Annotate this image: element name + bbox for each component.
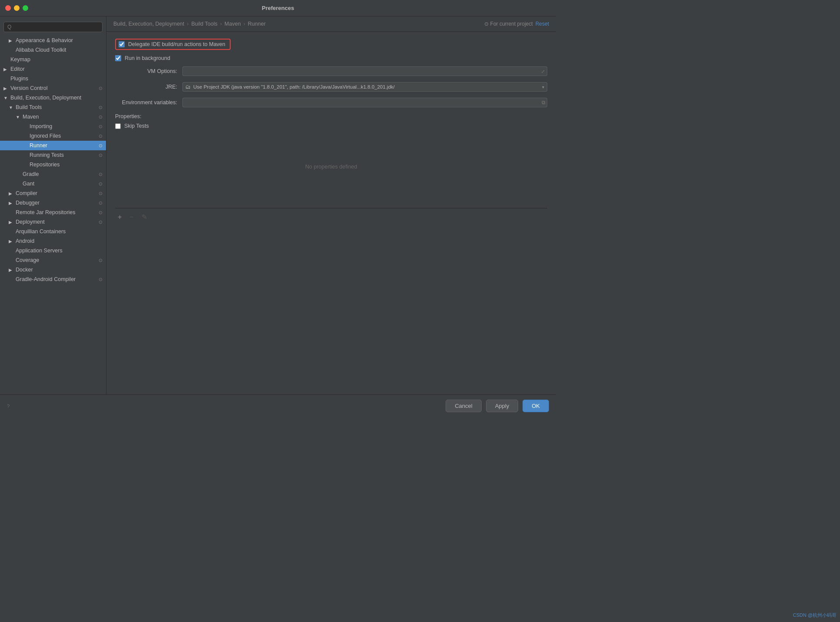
jre-select[interactable]: 🗂 Use Project JDK (java version "1.8.0_2… [182,82,547,92]
ok-button[interactable]: OK [523,400,549,412]
reset-link[interactable]: Reset [536,21,549,27]
remove-property-button[interactable]: − [127,212,136,222]
sidebar-item-label: Gradle [23,171,39,177]
jre-value: Use Project JDK (java version "1.8.0_201… [193,84,539,89]
sidebar-item-arquillian[interactable]: Arquillian Containers [0,227,106,236]
copy-icon: ⊙ [99,181,103,187]
sidebar-item-coverage[interactable]: Coverage ⊙ [0,255,106,265]
breadcrumb-part-3: Maven [225,21,241,27]
skip-tests-label[interactable]: Skip Tests [124,123,149,129]
sidebar-item-label: Plugins [10,76,28,82]
sidebar-item-plugins[interactable]: Plugins [0,74,106,83]
minimize-button[interactable] [14,5,20,11]
skip-tests-checkbox[interactable] [115,123,121,129]
sidebar-item-gradle[interactable]: Gradle ⊙ [0,169,106,179]
sidebar-item-label: Alibaba Cloud Toolkit [16,47,66,53]
copy-icon: ⊙ [99,258,103,263]
expand-arrow: ▶ [9,268,14,272]
add-property-button[interactable]: + [115,212,124,222]
breadcrumb-part-2: Build Tools [191,21,217,27]
expand-arrow: ▶ [9,201,14,205]
sidebar-item-label: Ignored Files [30,133,61,139]
sidebar-item-application-servers[interactable]: Application Servers [0,246,106,255]
vm-options-input[interactable] [182,66,547,76]
vm-options-row: VM Options: ⤢ [115,66,547,76]
run-background-checkbox[interactable] [115,55,121,61]
delegate-checkbox-label[interactable]: Delegate IDE build/run actions to Maven [128,41,225,47]
env-expand-icon[interactable]: ⧉ [542,99,546,106]
sidebar-item-maven[interactable]: ▼ Maven ⊙ [0,112,106,122]
window-title: Preferences [262,5,294,11]
copy-icon: ⊙ [99,277,103,282]
delegate-checkbox-wrapper: Delegate IDE build/run actions to Maven [115,39,231,50]
expand-arrow: ▼ [9,105,14,110]
vm-options-label: VM Options: [115,68,182,74]
sidebar-item-label: Version Control [10,85,47,91]
sidebar-item-editor[interactable]: ▶ Editor [0,64,106,74]
jre-label: JRE: [115,84,182,90]
title-bar: Preferences [0,0,556,17]
delegate-option-row: Delegate IDE build/run actions to Maven [115,39,547,50]
sidebar-item-build-execution-deployment[interactable]: ▼ Build, Execution, Deployment [0,93,106,103]
sidebar-item-label: Docker [16,267,33,273]
expand-arrow: ▶ [9,239,14,244]
sidebar-item-build-tools[interactable]: ▼ Build Tools ⊙ [0,103,106,112]
sidebar-item-importing[interactable]: Importing ⊙ [0,122,106,131]
sidebar-item-alibaba[interactable]: Alibaba Cloud Toolkit [0,45,106,55]
sidebar-item-label: Coverage [16,257,39,263]
sidebar-item-running-tests[interactable]: Running Tests ⊙ [0,150,106,160]
jre-icon: 🗂 [185,84,191,90]
sidebar-item-gradle-android[interactable]: Gradle-Android Compiler ⊙ [0,275,106,284]
properties-section: Properties: Skip Tests [115,113,547,129]
sidebar-item-android[interactable]: ▶ Android [0,236,106,246]
sidebar-item-gant[interactable]: Gant ⊙ [0,179,106,189]
properties-label: Properties: [115,113,547,119]
maximize-button[interactable] [23,5,28,11]
sidebar-item-deployment[interactable]: ▶ Deployment ⊙ [0,217,106,227]
run-background-wrapper: Run in background [115,55,170,61]
breadcrumb-part-4: Runner [248,21,266,27]
sidebar-item-ignored-files[interactable]: Ignored Files ⊙ [0,131,106,141]
properties-toolbar: + − ✎ [115,208,547,224]
sidebar-item-label: Appearance & Behavior [16,37,73,43]
sidebar-item-runner[interactable]: Runner ⊙ [0,141,106,150]
expand-arrow: ▶ [3,67,9,72]
copy-icon: ⊙ [99,86,103,91]
sidebar-item-label: Arquillian Containers [16,228,66,235]
expand-arrow: ▼ [16,115,21,119]
cancel-button[interactable]: Cancel [446,400,481,412]
env-vars-wrapper: ⧉ [182,98,547,107]
copy-icon: ⊙ [99,200,103,206]
sidebar-item-repositories[interactable]: Repositories [0,160,106,169]
content-panel: Build, Execution, Deployment › Build Too… [106,17,556,394]
sidebar-item-debugger[interactable]: ▶ Debugger ⊙ [0,198,106,208]
sidebar-item-docker[interactable]: ▶ Docker [0,265,106,275]
copy-icon: ⊙ [99,105,103,110]
env-vars-label: Environment variables: [115,99,182,106]
sidebar-item-label: Repositories [30,162,60,168]
search-input[interactable] [3,22,103,32]
expand-arrow: ▶ [9,191,14,196]
close-button[interactable] [5,5,11,11]
help-icon[interactable]: ? [7,404,10,409]
sidebar-item-appearance-behavior[interactable]: ▶ Appearance & Behavior [0,36,106,45]
env-vars-input[interactable] [182,98,547,107]
sidebar-item-label: Gant [23,181,34,187]
sidebar-item-keymap[interactable]: Keymap [0,55,106,64]
copy-icon: ⊙ [99,133,103,139]
sidebar-item-version-control[interactable]: ▶ Version Control ⊙ [0,83,106,93]
sidebar-item-compiler[interactable]: ▶ Compiler ⊙ [0,189,106,198]
breadcrumb-sep-2: › [220,21,222,27]
breadcrumb-sep-3: › [243,21,245,27]
env-vars-row: Environment variables: ⧉ [115,98,547,107]
edit-property-button[interactable]: ✎ [139,212,150,222]
sidebar-item-remote-jar[interactable]: Remote Jar Repositories ⊙ [0,208,106,217]
delegate-checkbox[interactable] [119,41,125,47]
sidebar-item-label: Android [16,238,34,244]
traffic-lights [5,5,28,11]
sidebar-item-label: Gradle-Android Compiler [16,276,76,282]
sidebar-item-label: Runner [30,142,47,149]
run-background-label[interactable]: Run in background [125,55,170,61]
jre-row: JRE: 🗂 Use Project JDK (java version "1.… [115,82,547,92]
apply-button[interactable]: Apply [486,400,519,412]
